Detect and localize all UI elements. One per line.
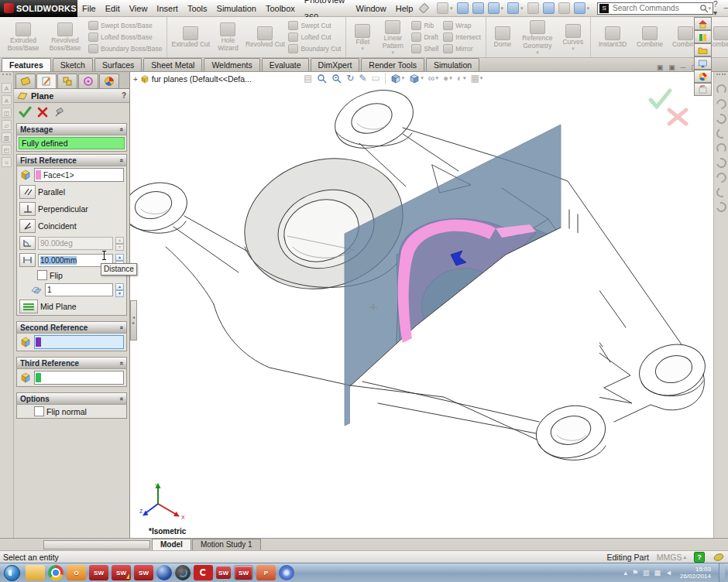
angle-button[interactable]: [19, 236, 36, 250]
annotation-tool-icon-1[interactable]: A: [2, 83, 12, 93]
hole-wizard-button[interactable]: Hole Wizard: [212, 22, 243, 53]
curves-button[interactable]: Curves▾: [559, 24, 587, 51]
toolbar-grip[interactable]: [2, 74, 11, 80]
doc-icon-1[interactable]: ▣: [657, 63, 664, 71]
start-button[interactable]: [4, 565, 20, 581]
tab-dimxpert[interactable]: DimXpert: [311, 58, 360, 71]
doc-icon-2[interactable]: ▣: [668, 63, 675, 71]
sketch-tool-icon-2[interactable]: [714, 97, 728, 111]
linear-pattern-caret-icon[interactable]: ▾: [392, 50, 395, 54]
dome-button[interactable]: Dome: [489, 26, 516, 49]
taskbar-sphere-app[interactable]: [156, 565, 172, 580]
tab-surfaces[interactable]: Surfaces: [94, 58, 142, 71]
reference-geometry-caret-icon[interactable]: ▾: [536, 50, 539, 54]
previous-view-icon[interactable]: ▭: [371, 73, 379, 84]
installer-icon[interactable]: ▥: [643, 569, 650, 577]
angle-spinner[interactable]: [115, 237, 124, 250]
collapse-chevron-icon[interactable]: [118, 326, 125, 329]
tab-simulation[interactable]: Simulation: [426, 58, 479, 71]
spinner-up-icon[interactable]: [115, 237, 124, 244]
copies-field[interactable]: 1: [45, 283, 113, 296]
linear-pattern-button[interactable]: Linear Pattern▾: [377, 20, 408, 55]
app-help-icon[interactable]: ? ▾: [713, 0, 718, 17]
angle-field[interactable]: 90.00deg: [38, 237, 113, 250]
boundary-cut-button[interactable]: Boundary Cut: [288, 44, 341, 53]
third-reference-header[interactable]: Third Reference: [17, 358, 126, 369]
motion-study-tab[interactable]: Motion Study 1: [192, 539, 261, 550]
menu-file[interactable]: File: [77, 0, 101, 17]
taskbar-solidworks-1[interactable]: SW: [89, 565, 108, 580]
action-center-icon[interactable]: ⚑: [632, 569, 638, 577]
taskbar-chrome[interactable]: [48, 565, 64, 580]
new-caret-icon[interactable]: ▾: [450, 5, 453, 12]
file-properties-icon[interactable]: [558, 2, 570, 14]
graphics-viewport[interactable]: fur planes (Default<<Defa... ▤ ↻ ✎ ▭ ∞ ●…: [130, 72, 728, 538]
display-manager-tab[interactable]: [99, 74, 119, 88]
search-caret-icon[interactable]: ▾: [709, 5, 712, 12]
reference-geometry-button[interactable]: Reference Geometry▾: [517, 20, 558, 55]
tab-sheet-metal[interactable]: Sheet Metal: [143, 58, 202, 71]
units-selector[interactable]: MMGS: [657, 553, 686, 562]
view-orientation-icon[interactable]: [409, 74, 424, 84]
coincident-button[interactable]: [19, 219, 36, 233]
taskbar-explorer[interactable]: [26, 565, 45, 580]
tab-features[interactable]: Features: [2, 58, 51, 71]
zoom-area-icon[interactable]: [317, 74, 327, 84]
tab-weldments[interactable]: Weldments: [204, 58, 259, 71]
parallel-button[interactable]: [19, 185, 36, 199]
flip-normal-checkbox[interactable]: [34, 406, 44, 416]
search-commands-box[interactable]: S ▾: [597, 2, 713, 15]
options-header[interactable]: Options: [17, 393, 126, 405]
configuration-manager-tab[interactable]: [57, 74, 77, 88]
feature-tree-flyout[interactable]: fur planes (Default<<Defa...: [133, 74, 252, 84]
annotation-tool-icon-6[interactable]: ◰: [2, 145, 12, 155]
wrap-button[interactable]: Wrap: [443, 21, 481, 30]
undo-icon[interactable]: [507, 2, 519, 14]
message-section-header[interactable]: Message: [17, 124, 126, 135]
menu-pin-icon[interactable]: [419, 3, 430, 14]
new-document-icon[interactable]: [437, 2, 448, 14]
sketch-tool-icon-8[interactable]: [715, 186, 728, 199]
options-caret-icon[interactable]: ▾: [587, 5, 590, 12]
file-explorer-tab[interactable]: [694, 43, 712, 56]
print-caret-icon[interactable]: ▾: [501, 5, 504, 12]
rotate-view-icon[interactable]: ↻: [346, 73, 354, 84]
mid-plane-button[interactable]: [19, 300, 38, 313]
menu-simulation[interactable]: Simulation: [212, 0, 261, 17]
pm-help-icon[interactable]: ?: [122, 91, 126, 100]
rebuild-icon[interactable]: [543, 2, 555, 14]
app-minimize-icon[interactable]: ─: [724, 4, 728, 12]
sketch-tool-icon-4[interactable]: [715, 127, 728, 140]
menu-insert[interactable]: Insert: [152, 0, 183, 17]
zoom-fit-icon[interactable]: ▤: [304, 73, 312, 84]
edit-appearance-icon[interactable]: ◐: [457, 73, 466, 84]
menu-view[interactable]: View: [125, 0, 153, 17]
show-hidden-icons[interactable]: ▴: [623, 569, 627, 577]
cancel-button[interactable]: [37, 107, 48, 118]
tab-render-tools[interactable]: Render Tools: [361, 58, 424, 71]
taskbar-clock[interactable]: 15:03 26/02/2014: [677, 566, 714, 580]
copies-spinner[interactable]: [115, 283, 124, 296]
options-icon[interactable]: [574, 2, 585, 14]
combine-button-1[interactable]: Combine: [633, 26, 667, 49]
taskbar-solidworks-active[interactable]: SW: [234, 565, 253, 580]
tab-sketch[interactable]: Sketch: [53, 58, 93, 71]
tags-icon[interactable]: [713, 553, 725, 562]
design-library-tab[interactable]: [694, 30, 712, 43]
volume-icon[interactable]: ◄: [665, 569, 672, 577]
model-tab[interactable]: Model: [152, 539, 191, 550]
sketch-tool-icon-1[interactable]: [716, 84, 726, 94]
menu-window[interactable]: Window: [352, 0, 391, 17]
collapse-chevron-icon[interactable]: [118, 128, 125, 131]
rib-button[interactable]: Rib: [411, 21, 438, 30]
section-view-icon[interactable]: [390, 74, 405, 84]
ok-button[interactable]: [19, 106, 32, 118]
spinner-down-icon[interactable]: [115, 290, 124, 297]
first-reference-selection-box[interactable]: Face<1>: [34, 168, 124, 182]
network-icon[interactable]: ▦: [654, 569, 661, 577]
spinner-down-icon[interactable]: [115, 244, 124, 251]
feature-manager-tab[interactable]: [15, 74, 36, 88]
resources-home-tab[interactable]: [694, 17, 712, 30]
property-manager-tab[interactable]: [36, 74, 57, 88]
taskbar-flower-app[interactable]: [279, 565, 294, 580]
